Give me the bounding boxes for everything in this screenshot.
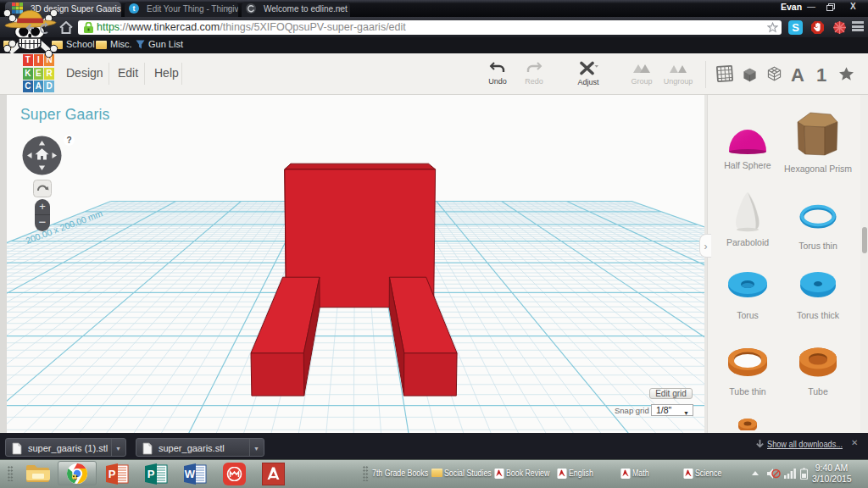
svg-text:P: P [147, 468, 155, 480]
svg-text:W: W [185, 468, 196, 480]
svg-text:P: P [108, 468, 116, 480]
